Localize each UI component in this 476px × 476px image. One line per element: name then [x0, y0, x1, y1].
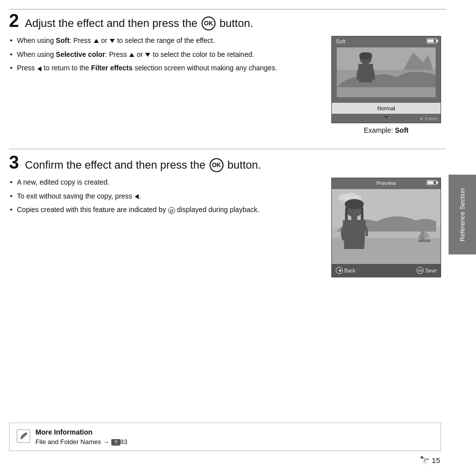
page-number-text: 15 [432, 456, 440, 465]
arrow-left-icon-2 [135, 194, 139, 199]
ok-button-icon-2: OK [202, 16, 216, 30]
arrow-up-icon-1 [94, 39, 99, 43]
screen3-image [332, 189, 441, 264]
arrow-down-icon-1 [110, 39, 115, 43]
step-2-number: 2 [9, 12, 19, 30]
person-svg-2 [351, 52, 381, 97]
pencil-svg [16, 429, 30, 443]
svg-marker-6 [418, 227, 424, 240]
back-icon: ◀ [336, 267, 343, 274]
screen-arrow-down [384, 116, 389, 119]
battery-fill-3 [428, 181, 434, 184]
svg-rect-8 [418, 239, 431, 242]
arrow-up-icon-2 [129, 53, 134, 57]
step-3-title-after: button. [225, 159, 261, 171]
save-button: OK Save [417, 267, 437, 274]
screen-box-2: Soft [331, 36, 441, 123]
page-number-area: 🔭 15 [420, 456, 440, 465]
sailboat-svg [416, 226, 433, 245]
section-2-bullets: When using Soft: Press or to select the … [9, 36, 321, 134]
section-3-bullets: A new, edited copy is created. To exit w… [9, 178, 321, 277]
bullet-3-1: A new, edited copy is created. [9, 178, 321, 188]
camera-screen-3: Preview [331, 178, 441, 277]
step-3-title-before: Confirm the effect and then press the [25, 159, 209, 171]
top-rule [9, 9, 446, 9]
arrow-left-icon-1 [37, 66, 41, 71]
battery-fill-2 [428, 39, 434, 42]
ok-button-icon-3: OK [210, 158, 224, 172]
svg-rect-2 [363, 63, 368, 67]
screen-label-soft: Soft [336, 38, 346, 44]
step-2-title: Adjust the effect and then press the OK … [25, 17, 253, 31]
side-tab-text: Reference Section [459, 188, 466, 241]
screen-image-area-2 [337, 47, 436, 97]
example-caption: Example: Soft [331, 126, 441, 134]
step-2-title-after: button. [217, 17, 253, 29]
step-2-title-before: Adjust the effect and then press the [25, 17, 201, 29]
screen3-bottom-bar: ◀ Back OK Save [332, 264, 441, 277]
battery-icon-2 [427, 38, 437, 43]
normal-bar: Normal [332, 103, 441, 114]
back-label: Back [344, 268, 355, 273]
section-divider [9, 149, 446, 149]
edit-icon: Ø [168, 207, 175, 214]
save-label: Save [425, 268, 437, 273]
bullet-2-1: When using Soft: Press or to select the … [9, 36, 321, 46]
section-2-body: When using Soft: Press or to select the … [9, 36, 441, 134]
link-icon: 🔭 [111, 439, 120, 446]
bullet-3-2: To exit without saving the copy, press . [9, 192, 321, 202]
side-tab: Reference Section [449, 175, 476, 254]
bullet-2-2: When using Selective color: Press or to … [9, 50, 321, 60]
svg-rect-11 [351, 216, 357, 221]
step-2-header: 2 Adjust the effect and then press the O… [9, 12, 441, 31]
bullet-2-3: Press to return to the Filter effects se… [9, 63, 321, 73]
arrow-down-icon-2 [145, 53, 150, 57]
svg-point-10 [345, 199, 364, 209]
step-3-title: Confirm the effect and then press the OK… [25, 159, 261, 173]
back-button: ◀ Back [336, 267, 355, 274]
person-svg-3 [337, 199, 377, 264]
extent-label: ⊕ Extent [420, 116, 438, 121]
battery-icon-3 [427, 180, 437, 185]
pencil-icon [16, 429, 30, 445]
bullet-3-3: Copies created with this feature are ind… [9, 205, 321, 215]
screen-box-3: Preview [331, 178, 441, 277]
mountains-svg-2 [403, 47, 433, 70]
svg-marker-7 [424, 228, 430, 239]
binoculars-icon: 🔭 [420, 456, 430, 465]
more-info-box: More Information File and Folder Names →… [9, 423, 441, 451]
more-info-content: More Information File and Folder Names →… [35, 428, 127, 446]
step-3-number: 3 [9, 154, 19, 172]
more-info-link: File and Folder Names → 🔭83 [35, 438, 127, 446]
ok-icon-small: OK [417, 267, 424, 274]
section-3: 3 Confirm the effect and then press the … [9, 154, 441, 277]
step-3-header: 3 Confirm the effect and then press the … [9, 154, 441, 173]
more-info-title: More Information [35, 428, 127, 436]
normal-text: Normal [377, 105, 395, 111]
section-3-body: A new, edited copy is created. To exit w… [9, 178, 441, 277]
preview-label: Preview [376, 180, 396, 186]
camera-screen-2: Soft [331, 36, 441, 134]
section-2: 2 Adjust the effect and then press the O… [9, 12, 441, 134]
